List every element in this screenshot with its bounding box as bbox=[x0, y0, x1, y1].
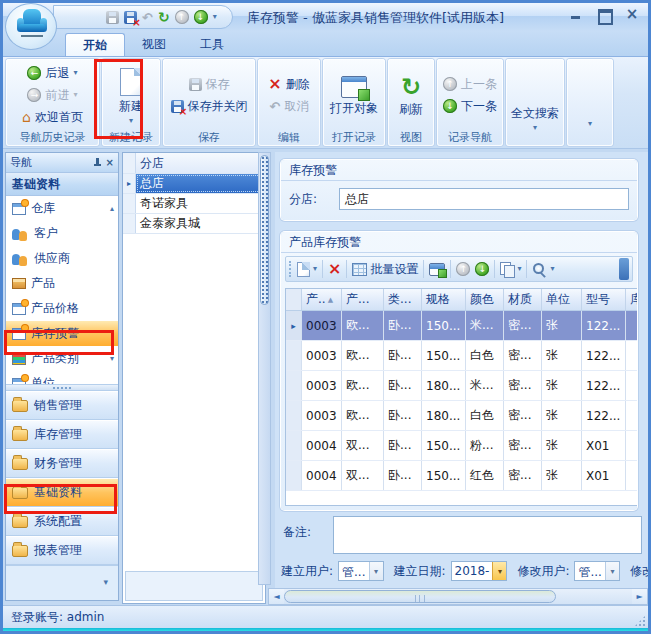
open-object-button[interactable]: 打开对象 bbox=[330, 73, 378, 117]
sidebar-folder-system-config[interactable]: 系统配置 bbox=[6, 507, 118, 536]
delete-button[interactable]: 删除 bbox=[268, 75, 309, 93]
modified-by-combo[interactable]: 管...▾ bbox=[574, 561, 619, 581]
scroll-right-icon[interactable]: ► bbox=[632, 589, 647, 604]
delete-row-button[interactable] bbox=[328, 262, 341, 276]
branch-row[interactable]: 奇诺家具 bbox=[123, 194, 265, 214]
chevron-down-icon[interactable]: ▾ bbox=[605, 562, 619, 580]
folder-label: 库存管理 bbox=[34, 426, 82, 443]
minimize-icon[interactable] bbox=[568, 8, 584, 22]
chevron-down-icon[interactable]: ▾ bbox=[129, 117, 133, 125]
sidebar-splitter[interactable] bbox=[6, 384, 118, 391]
sidebar-folder-sales[interactable]: 销售管理 bbox=[6, 391, 118, 420]
row-indicator-arrow-icon: ▸ bbox=[123, 174, 136, 193]
refresh-button[interactable]: 刷新 bbox=[399, 72, 423, 118]
sidebar-item-warehouse[interactable]: 仓库▴ bbox=[6, 196, 118, 221]
vertical-scrollbar-thumb[interactable] bbox=[260, 155, 269, 305]
table-row[interactable]: 0004 双... 卧... 150... 粉... 密... 张 X01 2 bbox=[286, 431, 637, 461]
sidebar-item-suppliers[interactable]: 供应商 bbox=[6, 246, 118, 271]
tab-view[interactable]: 视图 bbox=[125, 33, 183, 56]
column-header-unit[interactable]: 单位 bbox=[542, 289, 582, 310]
batch-setting-button[interactable]: 批量设置 bbox=[352, 261, 418, 278]
resize-grip[interactable] bbox=[634, 615, 646, 627]
column-header-model[interactable]: 型号 bbox=[582, 289, 626, 310]
save-close-icon[interactable] bbox=[124, 11, 137, 24]
move-down-icon[interactable] bbox=[475, 262, 489, 276]
save-and-close-button[interactable]: 保存并关闭 bbox=[171, 97, 248, 115]
save-button[interactable]: 保存 bbox=[189, 75, 230, 93]
search-button[interactable]: ▾ bbox=[532, 262, 554, 277]
sidebar-folder-inventory[interactable]: 库存管理 bbox=[6, 420, 118, 449]
next-record-button[interactable]: 下一条 bbox=[443, 97, 497, 115]
copy-button[interactable]: ▾ bbox=[500, 262, 521, 277]
sidebar-item-inventory-warning[interactable]: 库存预警 bbox=[6, 321, 118, 346]
column-header-product-code[interactable]: 产..▲ bbox=[302, 289, 342, 310]
maximize-icon[interactable] bbox=[596, 8, 612, 22]
login-account-text: 登录账号: admin bbox=[11, 609, 104, 626]
refresh-icon[interactable] bbox=[158, 10, 170, 24]
column-header-spec[interactable]: 规格 bbox=[422, 289, 466, 310]
add-row-button[interactable]: ▾ bbox=[297, 262, 317, 277]
app-logo[interactable] bbox=[5, 3, 57, 50]
table-row[interactable]: 0003 欧... 卧... 150... 白色 密... 张 122... 2 bbox=[286, 341, 637, 371]
new-button[interactable]: 新建 ▾ bbox=[119, 65, 143, 125]
save-icon[interactable] bbox=[106, 11, 119, 24]
tab-start[interactable]: 开始 bbox=[65, 33, 125, 56]
chevron-down-icon[interactable]: ▾ bbox=[369, 562, 383, 580]
table-row[interactable]: 0004 双... 卧... 150... 红色 密... 张 X01 2 bbox=[286, 461, 637, 491]
welcome-home-button[interactable]: 欢迎首页 bbox=[22, 108, 83, 126]
sidebar-item-unit-clipped[interactable]: 单位 bbox=[6, 371, 118, 384]
sidebar-item-products[interactable]: 产品 bbox=[6, 271, 118, 296]
back-button[interactable]: 后退▾ bbox=[27, 64, 77, 82]
remark-input[interactable] bbox=[333, 516, 642, 554]
tab-tools[interactable]: 工具 bbox=[183, 33, 241, 56]
chevron-down-icon[interactable]: ▾ bbox=[517, 265, 521, 273]
chevron-down-icon[interactable]: ▾ bbox=[492, 562, 506, 580]
created-by-combo[interactable]: 管...▾ bbox=[338, 561, 383, 581]
scroll-down-icon[interactable]: ▾ bbox=[110, 354, 114, 363]
chevron-down-icon[interactable]: ▾ bbox=[588, 120, 592, 128]
forward-button[interactable]: 前进▾ bbox=[27, 86, 77, 104]
chevron-down-icon[interactable]: ▾ bbox=[533, 124, 537, 132]
chevron-down-icon[interactable]: ▾ bbox=[313, 265, 317, 273]
sidebar-folder-reports[interactable]: 报表管理 bbox=[6, 536, 118, 565]
branch-row-selected[interactable]: ▸ 总店 bbox=[123, 174, 265, 194]
column-header-color[interactable]: 颜色 bbox=[466, 289, 504, 310]
chevron-down-icon[interactable]: ▾ bbox=[550, 265, 554, 273]
chevron-down-icon[interactable]: ▾ bbox=[73, 69, 77, 77]
column-header-material[interactable]: 材质 bbox=[504, 289, 542, 310]
sidebar-item-customers[interactable]: 客户 bbox=[6, 221, 118, 246]
undo-icon[interactable] bbox=[142, 11, 153, 24]
branch-panel-footer bbox=[125, 571, 263, 601]
close-panel-icon[interactable] bbox=[106, 158, 114, 168]
scroll-left-icon[interactable]: ◄ bbox=[269, 589, 284, 604]
scroll-up-icon[interactable]: ▴ bbox=[110, 204, 114, 213]
cancel-button[interactable]: 取消 bbox=[270, 97, 309, 115]
move-up-icon[interactable] bbox=[456, 262, 470, 276]
horizontal-scrollbar-thumb[interactable] bbox=[284, 590, 556, 603]
fulltext-search-button[interactable]: 全文搜索 ▾ bbox=[511, 102, 559, 132]
sidebar-item-product-price[interactable]: 产品价格 bbox=[6, 296, 118, 321]
branch-field-input[interactable]: 总店 bbox=[339, 188, 629, 210]
column-header-stock[interactable]: 库... bbox=[626, 289, 637, 310]
open-form-button[interactable] bbox=[429, 263, 445, 276]
table-row-selected[interactable]: ▸ 0003 欧... 卧... 150... 米... 密... 张 122.… bbox=[286, 311, 637, 341]
column-header-category[interactable]: 类... bbox=[384, 289, 422, 310]
pin-icon[interactable] bbox=[93, 158, 102, 168]
created-date-combo[interactable]: 2018-▾ bbox=[451, 561, 508, 581]
previous-record-button[interactable]: 上一条 bbox=[443, 75, 497, 93]
table-row[interactable]: 0003 欧... 卧... 180... 白色 密... 张 122... 2 bbox=[286, 401, 637, 431]
vertical-scrollbar[interactable] bbox=[258, 152, 271, 585]
sidebar-folder-basic-data[interactable]: 基础资料 bbox=[6, 478, 118, 507]
table-row[interactable]: 0003 欧... 卧... 180... 米... 密... 张 122...… bbox=[286, 371, 637, 401]
titlebar[interactable]: ▾ 库存预警 - 傲蓝家具销售管理软件[试用版本] bbox=[3, 3, 648, 31]
branch-list-header[interactable]: 分店 bbox=[123, 153, 265, 174]
chevron-down-icon[interactable]: ▾ bbox=[103, 577, 108, 587]
column-header-product-name[interactable]: 产... bbox=[342, 289, 384, 310]
toolbar-grip[interactable] bbox=[289, 261, 292, 277]
branch-row[interactable]: 金泰家具城 bbox=[123, 214, 265, 234]
close-icon[interactable] bbox=[624, 8, 640, 22]
cell: 卧... bbox=[384, 341, 422, 370]
horizontal-scrollbar[interactable]: ◄ ► bbox=[268, 588, 648, 605]
sidebar-folder-finance[interactable]: 财务管理 bbox=[6, 449, 118, 478]
sidebar-item-product-category[interactable]: 产品类别▾ bbox=[6, 346, 118, 371]
